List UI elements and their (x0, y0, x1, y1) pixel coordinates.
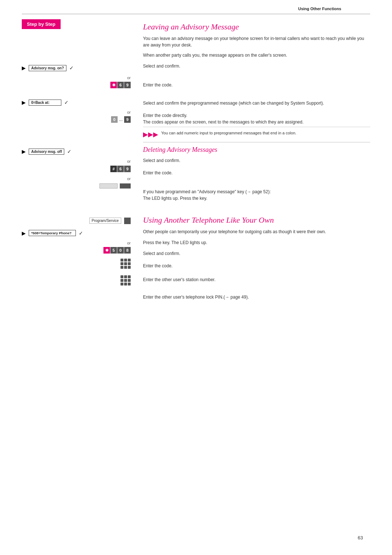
step-row-program-service: Program/Service (22, 216, 134, 226)
section-subtitle-deleting: Deleting Advisory Messages (143, 146, 370, 154)
step-right-hash-69: Enter the code. (143, 169, 370, 179)
key-advisory-on: Advisory msg. on? (29, 65, 66, 71)
step-right-code-69: Enter the code. (143, 81, 370, 91)
arrow-icon: ▶ (22, 65, 26, 71)
or-label-2: or (22, 110, 134, 115)
step-right-code-0-9: Enter the code directly. The codes appea… (143, 112, 370, 125)
step-right-keypad2: Enter the other user's telephone lock PI… (143, 293, 370, 303)
step-right-program-service: Press the key. The LED lights up. (143, 239, 370, 249)
step-row-advisory-on: ▶ Advisory msg. on? ✓ (22, 63, 134, 73)
step-right-led: If you have programmed an "Advisory mess… (143, 188, 370, 202)
step-row-code-508: ✱ 5 0 8 (22, 246, 134, 256)
tip-box: ▶▶▶ You can add numeric input to preprog… (143, 127, 370, 138)
step-row-code-0-9: 0 ... 9 (22, 115, 134, 125)
step-row-advisory-off: ▶ Advisory msg. off ✓ (22, 147, 134, 157)
step-right-keypad1: Enter the other user's station number. (143, 276, 370, 286)
keypad-icon-1 (121, 259, 131, 269)
page-header: Using Other Functions (22, 0, 370, 14)
step-row-hash-69: # 6 9 (22, 164, 134, 174)
step-row-back-at: ▶ 0=Back at: ✓ (22, 98, 134, 108)
left-column: Step by Step ▶ Advisory msg. on? ✓ or ✱ … (22, 18, 134, 304)
step-by-step-banner: Step by Step (22, 19, 61, 29)
led-bar (120, 183, 131, 189)
key-back-at: 0=Back at: (29, 100, 61, 106)
step-row-508: ▶ *508=Temporary Phone? ✓ (22, 228, 134, 239)
step-row-keypad2 (22, 275, 134, 285)
step-right-508: Select and confirm. (143, 250, 370, 260)
keypad-icon-2 (121, 275, 131, 285)
right-column: Leaving an Advisory Message You can leav… (134, 18, 370, 304)
key-508: *508=Temporary Phone? (29, 230, 76, 236)
intro-text-leaving-1: You can leave an advisory message on you… (143, 35, 370, 48)
code-hash-69: # 6 9 (110, 166, 131, 172)
section-title-leaving: Leaving an Advisory Message (143, 22, 370, 32)
arrow-icon-3: ▶ (22, 149, 26, 154)
or-label-4: or (22, 177, 134, 181)
step-right-advisory-off: Select and confirm. (143, 157, 370, 167)
or-label-1: or (22, 76, 134, 80)
step-right-back-at: Select and confirm the preprogrammed mes… (143, 99, 370, 109)
arrow-icon-4: ▶ (22, 230, 26, 236)
tip-icon: ▶▶▶ (143, 130, 158, 138)
code-star-69: ✱ 6 9 (110, 82, 131, 88)
step-row-led (22, 181, 134, 191)
or-label-5: or (22, 241, 134, 246)
divider-leaving-deleting (143, 142, 370, 142)
step-right-code-508: Enter the code. (143, 262, 370, 272)
intro-text-leaving-2: When another party calls you, the messag… (143, 52, 370, 58)
section-title-using-another: Using Another Telephone Like Your Own (143, 215, 370, 225)
or-label-3: or (22, 159, 134, 164)
step-right-advisory-on: Select and confirm. (143, 62, 370, 72)
key-advisory-off: Advisory msg. off (29, 149, 64, 155)
intro-text-using-another: Other people can temporarily use your te… (143, 228, 370, 235)
arrow-icon-2: ▶ (22, 100, 26, 105)
program-service-key: Program/Service (89, 218, 121, 224)
code-0-9: 0 ... 9 (111, 116, 131, 123)
step-row-code-69: ✱ 6 9 (22, 80, 134, 90)
page-number: 63 (358, 535, 363, 540)
code-star-508: ✱ 5 0 8 (103, 247, 131, 254)
led-bar-2 (124, 218, 131, 224)
tip-text: You can add numeric input to preprogramm… (161, 130, 297, 136)
step-row-keypad1 (22, 259, 134, 269)
